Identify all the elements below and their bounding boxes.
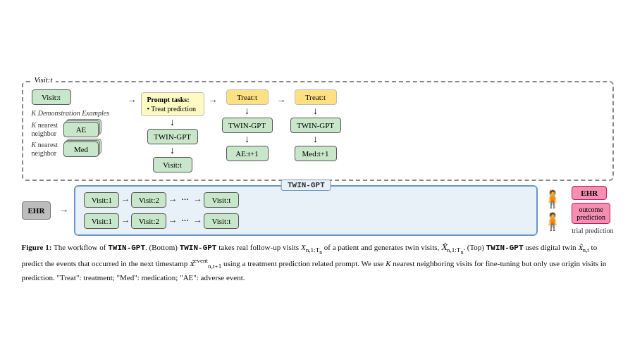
arr-dots-vt: →: [192, 194, 204, 206]
person-icon-top: 🧍: [542, 189, 563, 209]
arrow-to-prompt: →: [126, 89, 138, 106]
top-bottom-row: Visit:1 → Visit:2 → ··· → Visit:t: [84, 192, 528, 208]
ae-row: K nearestneighbor AE: [32, 121, 123, 138]
arr-bdots-bvt: →: [192, 215, 204, 227]
top-section-label: Visit:t: [32, 75, 56, 84]
arr-v1-v2: →: [119, 194, 131, 206]
top-visit-t-box: Visit:t: [32, 89, 71, 105]
twin-gpt-1: TWIN-GPT: [147, 129, 198, 144]
bottom-section: TWIN-GPT Visit:1 → Visit:2 → ··· → Visit…: [74, 185, 538, 236]
visit-t-bot: Visit:t: [204, 213, 239, 229]
dots-top: ···: [178, 194, 192, 206]
outcome-box: outcome prediction: [572, 203, 610, 224]
ehr-right: EHR: [572, 186, 607, 200]
arrow-to-twin2: →: [207, 89, 219, 106]
dots-bot: ···: [178, 215, 192, 227]
med-row: K nearestneighbor Med: [32, 141, 123, 158]
prompt-box: Prompt tasks: • Treat prediction: [141, 92, 204, 116]
k-demo-label: K Demonstration Examples: [32, 109, 123, 117]
visit-2-top: Visit:2: [131, 192, 166, 208]
visit-1-bot: Visit:1: [84, 213, 119, 229]
caption-text-1: The workflow of TWIN-GPT. (Bottom) TWIN-…: [22, 243, 607, 282]
v-arrow-5: ↓: [313, 106, 318, 116]
visit-t-top: Visit:t: [204, 192, 239, 208]
twin-visit-t: Visit:t: [153, 157, 192, 172]
person-col: 🧍 🧍: [542, 189, 563, 232]
treat-t-2: Treat:t: [295, 89, 337, 105]
treat-twin3-col: Treat:t ↓ TWIN-GPT ↓ Med:t+1: [290, 89, 341, 161]
bottom-rows: Visit:1 → Visit:2 → ··· → Visit:t Visit:…: [84, 192, 528, 229]
arr-bv2-bdots: →: [166, 215, 178, 227]
figure-container: Visit:t Visit:t K Demonstration Examples…: [11, 74, 624, 291]
treat-twin2-col: Treat:t ↓ TWIN-GPT ↓ AE:t+1: [222, 89, 273, 161]
right-col-bottom: EHR outcome prediction trial prediction: [572, 186, 613, 234]
twin-gpt-3: TWIN-GPT: [290, 118, 341, 133]
bottom-wrapper: EHR → TWIN-GPT Visit:1 → Visit:2 → ··· →…: [22, 185, 614, 236]
bot-bottom-row: Visit:1 → Visit:2 → ··· → Visit:t: [84, 213, 528, 229]
med-stacked: Med: [63, 142, 99, 157]
med-t1: Med:t+1: [295, 146, 337, 161]
outcome-line1: outcome: [577, 206, 605, 213]
arrow-right-3: →: [276, 95, 288, 106]
person-icon-bot: 🧍: [542, 212, 563, 232]
arr-v2-dots: →: [166, 194, 178, 206]
prompt-item: • Treat prediction: [147, 105, 198, 113]
figure-caption: Figure 1: The workflow of TWIN-GPT. (Bot…: [22, 241, 614, 284]
v-arrow-2: ↓: [170, 146, 175, 156]
ae-stacked: AE: [63, 122, 99, 137]
v-arrow-6: ↓: [313, 134, 318, 144]
visit-1-top: Visit:1: [84, 192, 119, 208]
ae-t1: AE:t+1: [226, 146, 269, 161]
visit-2-bot: Visit:2: [131, 213, 166, 229]
top-left-panel: Visit:t K Demonstration Examples K neare…: [32, 89, 123, 158]
bottom-section-label: TWIN-GPT: [281, 180, 331, 191]
treat-t-1: Treat:t: [226, 89, 269, 105]
v-arrow-3: ↓: [245, 106, 249, 116]
prompt-title: Prompt tasks:: [147, 96, 198, 103]
outcome-line2: prediction: [577, 213, 605, 221]
arrow-right-1: →: [126, 95, 138, 106]
ehr-left: EHR: [22, 201, 51, 220]
prompt-col: Prompt tasks: • Treat prediction ↓ TWIN-…: [141, 92, 204, 172]
top-section: Visit:t Visit:t K Demonstration Examples…: [22, 81, 614, 181]
diagram-area: Visit:t Visit:t K Demonstration Examples…: [22, 81, 614, 236]
v-arrow-4: ↓: [245, 134, 249, 144]
top-main-grid: Visit:t K Demonstration Examples K neare…: [32, 89, 604, 172]
caption-figure-label: Figure 1:: [22, 243, 52, 251]
v-arrow-1: ↓: [170, 118, 175, 127]
trial-label: trial prediction: [572, 227, 613, 234]
arrow-right-2: →: [207, 95, 219, 106]
arrow-to-twin3: →: [276, 89, 288, 106]
arr-ehr-to-bottom: →: [58, 205, 70, 216]
arr-bv1-bv2: →: [119, 215, 131, 227]
twin-gpt-2: TWIN-GPT: [222, 118, 273, 133]
